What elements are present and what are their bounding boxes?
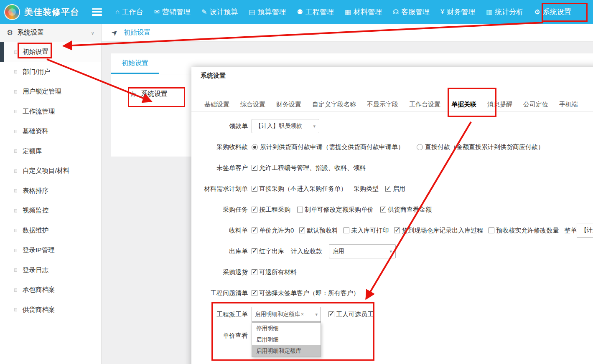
tab-initial-settings[interactable]: 初始设置 <box>111 53 159 74</box>
tab-workbench-settings[interactable]: 工作台设置 <box>404 98 446 111</box>
sidebar-item-workflow-mgmt[interactable]: 工作流管理 <box>0 102 101 122</box>
system-settings-dialog: 系统设置 基础设置 综合设置 财务设置 自定义字段名称 不显示字段 工作台设置 … <box>191 67 593 364</box>
team-icon: ⚉ <box>297 9 303 15</box>
checkbox-price-zero[interactable]: 单价允许为0 <box>252 227 294 235</box>
sidebar-item-label: 工作流管理 <box>23 107 55 116</box>
chevron-down-icon <box>307 124 316 129</box>
checkbox-checked-icon[interactable] <box>252 228 257 233</box>
tab-company-location[interactable]: 公司定位 <box>518 98 554 111</box>
sidebar-item-label: 登录IP管理 <box>23 246 55 255</box>
sidebar-item-video-monitor[interactable]: 视频监控 <box>0 201 101 221</box>
row-label: 单价查看 <box>191 332 250 340</box>
nav-label: 统计分析 <box>495 7 523 17</box>
sidebar-item-label: 用户锁定管理 <box>23 87 61 96</box>
checkbox-checked-icon[interactable] <box>328 311 334 317</box>
breadcrumb-label: 初始设置 <box>124 28 150 37</box>
sidebar-item-user-lock-mgmt[interactable]: 用户锁定管理 <box>0 82 101 102</box>
sidebar-header-system-settings[interactable]: ⚙ 系统设置 <box>0 24 101 42</box>
checkbox-checked-icon[interactable] <box>252 165 257 171</box>
tab-custom-field-names[interactable]: 自定义字段名称 <box>307 98 361 111</box>
tab-general-settings[interactable]: 综合设置 <box>235 98 271 111</box>
row-label: 采购任务 <box>191 206 250 214</box>
checkbox-purchase-type-enable[interactable]: 启用 <box>385 185 405 193</box>
sidebar-item-basic-data[interactable]: 基础资料 <box>0 121 101 142</box>
nav-item-system-settings[interactable]: ⚙ 系统设置 <box>534 7 571 17</box>
checkbox-checked-icon[interactable] <box>252 269 257 275</box>
sidebar-item-data-maintenance[interactable]: 数据维护 <box>0 221 101 241</box>
nav-item-workbench[interactable]: ⌂ 工作台 <box>115 7 143 17</box>
nav-item-finance-mgmt[interactable]: ¥ 财务管理 <box>440 7 475 17</box>
sidebar-item-departments-users[interactable]: 部门/用户 <box>0 62 101 82</box>
checkbox-unchecked-icon[interactable] <box>297 207 303 212</box>
tab-document-association[interactable]: 单据关联 <box>446 98 482 111</box>
checkbox-unchecked-icon[interactable] <box>344 228 349 233</box>
clear-icon[interactable] <box>301 311 304 317</box>
checkbox-direct-purchase[interactable]: 直接采购（不进入采购任务单） <box>252 185 347 193</box>
sidebar-item-initial-settings[interactable]: 初始设置 <box>0 42 101 62</box>
nav-item-design-budget[interactable]: ✎ 设计预算 <box>201 7 238 17</box>
option-enable-detail[interactable]: 启用明细 <box>252 334 321 345</box>
checkbox-checked-icon[interactable] <box>252 186 257 192</box>
checkbox-checked-icon[interactable] <box>385 186 391 192</box>
nav-item-marketing[interactable]: ✉ 营销管理 <box>154 7 191 17</box>
tab-basic-settings[interactable]: 基础设置 <box>199 98 235 111</box>
checkbox-checked-icon[interactable] <box>394 228 400 233</box>
checkbox-modify-quota-price[interactable]: 制单可修改定额采购单价 <box>297 206 374 214</box>
checkbox-checked-icon[interactable] <box>252 248 257 254</box>
tab-mobile[interactable]: 手机端 <box>554 98 583 111</box>
tab-hidden-fields[interactable]: 不显示字段 <box>361 98 404 111</box>
sidebar-item-quota-library[interactable]: 定额库 <box>0 142 101 162</box>
purchase-type-label: 采购类型 <box>354 185 379 193</box>
nav-item-project-mgmt[interactable]: ⚉ 工程管理 <box>297 7 334 17</box>
checkbox-prereceive-modify-qty[interactable]: 预收核实允许修改数量 <box>489 227 559 235</box>
breadcrumb: 初始设置 <box>102 24 593 42</box>
menu-toggle-icon[interactable] <box>92 8 102 16</box>
checkbox-allow-project-number[interactable]: 允许工程编号管理、指派、收料、领料 <box>252 164 366 172</box>
checkbox-print-before-inbound[interactable]: 未入库可打印 <box>344 227 389 235</box>
item-bullet-icon <box>14 70 17 73</box>
nav-item-material-mgmt[interactable]: ▦ 材料管理 <box>345 7 382 17</box>
count-receivable-select[interactable]: 启用 <box>329 244 396 258</box>
option-enable-detail-and-quota[interactable]: 启用明细和定额库 <box>252 345 321 356</box>
checkbox-return-all-materials[interactable]: 可退所有材料 <box>252 268 297 276</box>
checkbox-unchecked-icon[interactable] <box>489 228 494 233</box>
nav-item-statistics[interactable]: ▥ 统计分析 <box>486 7 523 17</box>
sidebar-item-supplier-archive[interactable]: 供货商档案 <box>0 300 101 320</box>
sidebar-item-label: 登录日志 <box>23 266 48 275</box>
checkbox-select-unsigned-customer[interactable]: 可选择未签单客户（即：所有客户） <box>252 289 359 297</box>
checkbox-supplier-view-amount[interactable]: 供货商查看金额 <box>380 206 432 214</box>
checkbox-worker-select-employee[interactable]: 工人可选员工 <box>328 311 374 318</box>
checkbox-red-outbound[interactable]: 红字出库 <box>252 248 284 255</box>
radio-checked-icon[interactable] <box>252 144 258 150</box>
checkbox-checked-icon[interactable] <box>252 207 257 212</box>
form-row-outbound: 出库单 红字出库 计入应收款 启用 <box>191 241 593 262</box>
checkbox-default-prereceive[interactable]: 默认预收料 <box>299 227 338 235</box>
system-settings-entry[interactable]: 系统设置 <box>129 89 168 99</box>
home-icon: ⌂ <box>115 9 120 15</box>
sidebar-item-login-ip-mgmt[interactable]: 登录IP管理 <box>0 240 101 260</box>
sidebar-item-contractor-archive[interactable]: 承包商档案 <box>0 280 101 300</box>
nav-item-budget-mgmt[interactable]: ▤ 预算管理 <box>249 7 286 17</box>
radio-accumulate-to-supplier[interactable]: 累计到供货商付款申请（需提交供货商付款申请单） <box>252 143 404 151</box>
checkbox-checked-icon[interactable] <box>252 290 257 296</box>
whole-order-fee-select[interactable]: 【计入 <box>577 223 593 238</box>
radio-unchecked-icon[interactable] <box>417 144 423 150</box>
tab-finance-settings[interactable]: 财务设置 <box>271 98 307 111</box>
checkbox-checked-icon[interactable] <box>380 207 386 212</box>
checkbox-checked-icon[interactable] <box>299 228 305 233</box>
form-row-purchase-return: 采购退货 可退所有材料 <box>191 262 593 283</box>
chevron-down-icon[interactable] <box>315 312 318 317</box>
tab-message-reminder[interactable]: 消息提醒 <box>482 98 518 111</box>
dispatch-mode-combobox[interactable]: 启用明细和定额库 <box>252 307 321 322</box>
checkbox-site-warehouse-record[interactable]: 货到现场仓库记录出入库过程 <box>394 227 483 235</box>
radio-direct-payment[interactable]: 直接付款（金额直接累计到供货商应付款） <box>417 143 544 151</box>
sidebar-item-login-log[interactable]: 登录日志 <box>0 260 101 281</box>
sidebar-item-custom-project-material[interactable]: 自定义项目/材料 <box>0 161 101 181</box>
sidebar-item-table-sort[interactable]: 表格排序 <box>0 181 101 201</box>
receipt-type-select[interactable]: 【计入】职员领款 <box>252 119 319 133</box>
option-disable-detail[interactable]: 停用明细 <box>252 323 321 334</box>
count-receivable-label: 计入应收款 <box>291 248 322 255</box>
nav-item-service-mgmt[interactable]: ☊ 客服管理 <box>393 7 430 17</box>
form-row-issue-list: 工程问题清单 可选择未签单客户（即：所有客户） <box>191 283 593 303</box>
checkbox-purchase-by-project[interactable]: 按工程采购 <box>252 206 290 214</box>
